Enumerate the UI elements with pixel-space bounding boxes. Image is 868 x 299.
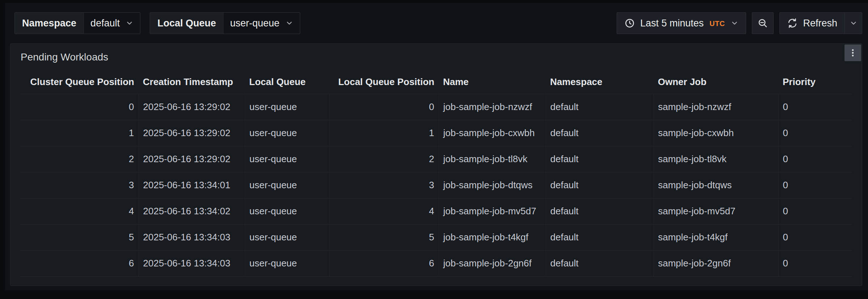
table-cell: job-sample-job-mv5d7 (439, 198, 546, 224)
table-cell: 2025-06-16 13:29:02 (139, 120, 245, 146)
table-cell: sample-job-2gn6f (654, 250, 778, 276)
table-header-row: Cluster Queue PositionCreation Timestamp… (21, 71, 852, 94)
pending-workloads-panel: Pending Workloads Cluster Queue Position… (10, 43, 862, 286)
table-cell: 1 (329, 120, 439, 146)
column-header[interactable]: Cluster Queue Position (21, 71, 139, 94)
namespace-variable: Namespace default (14, 12, 140, 34)
column-header[interactable]: Creation Timestamp (139, 71, 245, 94)
table-cell: user-queue (245, 146, 329, 172)
table-cell: 1 (21, 120, 139, 146)
table-cell: 0 (778, 94, 852, 120)
table-cell: sample-job-tl8vk (654, 146, 778, 172)
table-cell: default (546, 120, 654, 146)
time-range-picker[interactable]: Last 5 minutes UTC (617, 12, 746, 34)
table-cell: job-sample-job-dtqws (439, 172, 546, 198)
refresh-label: Refresh (803, 18, 837, 29)
timezone-label: UTC (710, 19, 725, 28)
table-cell: 2025-06-16 13:34:01 (139, 172, 245, 198)
table-cell: job-sample-job-nzwzf (439, 94, 546, 120)
table-cell: 2025-06-16 13:29:02 (139, 146, 245, 172)
dashboard: Namespace default Local Queue user-queue (5, 3, 868, 290)
column-header[interactable]: Local Queue Position (329, 71, 439, 94)
table-cell: sample-job-t4kgf (654, 224, 778, 250)
local-queue-variable: Local Queue user-queue (150, 12, 300, 34)
table-cell: default (546, 94, 654, 120)
toolbar: Namespace default Local Queue user-queue (5, 3, 868, 43)
column-header[interactable]: Namespace (546, 71, 654, 94)
table-row: 42025-06-16 13:34:02user-queue4job-sampl… (21, 198, 852, 224)
refresh-control: Refresh (779, 12, 862, 34)
table-cell: job-sample-job-2gn6f (439, 250, 546, 276)
local-queue-label: Local Queue (150, 13, 224, 34)
table-cell: 5 (21, 224, 139, 250)
refresh-interval-dropdown[interactable] (844, 13, 862, 34)
table-cell: 2025-06-16 13:34:03 (139, 250, 245, 276)
table-cell: 5 (329, 224, 439, 250)
table-cell: 0 (778, 146, 852, 172)
table-cell: default (546, 250, 654, 276)
table-row: 32025-06-16 13:34:01user-queue3job-sampl… (21, 172, 852, 198)
variable-controls: Namespace default Local Queue user-queue (14, 12, 300, 34)
time-controls: Last 5 minutes UTC Refresh (617, 12, 862, 34)
table-cell: 6 (21, 250, 139, 276)
table-cell: 6 (329, 250, 439, 276)
table-cell: default (546, 198, 654, 224)
table-body: 02025-06-16 13:29:02user-queue0job-sampl… (21, 94, 852, 276)
table-cell: user-queue (245, 172, 329, 198)
table-cell: 4 (21, 198, 139, 224)
table-cell: 3 (21, 172, 139, 198)
table-cell: sample-job-dtqws (654, 172, 778, 198)
table-cell: default (546, 224, 654, 250)
table-cell: 2 (329, 146, 439, 172)
table-cell: 0 (21, 94, 139, 120)
table-cell: default (546, 146, 654, 172)
table-cell: 0 (329, 94, 439, 120)
table-cell: 0 (778, 120, 852, 146)
table-cell: 3 (329, 172, 439, 198)
table-cell: user-queue (245, 94, 329, 120)
panel-menu-button[interactable] (844, 45, 861, 61)
panel-header: Pending Workloads (10, 44, 862, 71)
kebab-menu-icon (848, 48, 858, 58)
table-cell: default (546, 172, 654, 198)
chevron-down-icon (125, 19, 133, 27)
namespace-label: Namespace (15, 13, 84, 34)
local-queue-value: user-queue (230, 18, 280, 29)
chevron-down-icon (850, 19, 858, 27)
column-header[interactable]: Local Queue (245, 71, 329, 94)
time-range-label: Last 5 minutes (640, 18, 704, 29)
table-cell: job-sample-job-cxwbh (439, 120, 546, 146)
table-cell: job-sample-job-tl8vk (439, 146, 546, 172)
table-cell: 2025-06-16 13:34:02 (139, 198, 245, 224)
pending-workloads-table: Cluster Queue PositionCreation Timestamp… (21, 71, 852, 277)
table-cell: 0 (778, 224, 852, 250)
table-cell: user-queue (245, 250, 329, 276)
namespace-value: default (90, 18, 120, 29)
table-cell: 0 (778, 250, 852, 276)
zoom-out-button[interactable] (752, 12, 774, 34)
table-row: 22025-06-16 13:29:02user-queue2job-sampl… (21, 146, 852, 172)
table-cell: sample-job-nzwzf (654, 94, 778, 120)
table-row: 12025-06-16 13:29:02user-queue1job-sampl… (21, 120, 852, 146)
clock-icon (624, 18, 635, 29)
table-cell: user-queue (245, 224, 329, 250)
local-queue-select[interactable]: user-queue (224, 13, 300, 34)
chevron-down-icon (285, 19, 293, 27)
table-row: 62025-06-16 13:34:03user-queue6job-sampl… (21, 250, 852, 276)
magnifier-minus-icon (757, 18, 768, 29)
table-cell: sample-job-cxwbh (654, 120, 778, 146)
table-cell: 0 (778, 198, 852, 224)
refresh-button[interactable]: Refresh (780, 13, 844, 34)
table-cell: 2025-06-16 13:34:03 (139, 224, 245, 250)
table-cell: 2025-06-16 13:29:02 (139, 94, 245, 120)
table-cell: sample-job-mv5d7 (654, 198, 778, 224)
table-cell: user-queue (245, 198, 329, 224)
chevron-down-icon (731, 19, 739, 27)
column-header[interactable]: Priority (778, 71, 852, 94)
table-row: 52025-06-16 13:34:03user-queue5job-sampl… (21, 224, 852, 250)
namespace-select[interactable]: default (84, 13, 140, 34)
table-cell: user-queue (245, 120, 329, 146)
column-header[interactable]: Owner Job (654, 71, 778, 94)
column-header[interactable]: Name (439, 71, 546, 94)
table-cell: 0 (778, 172, 852, 198)
